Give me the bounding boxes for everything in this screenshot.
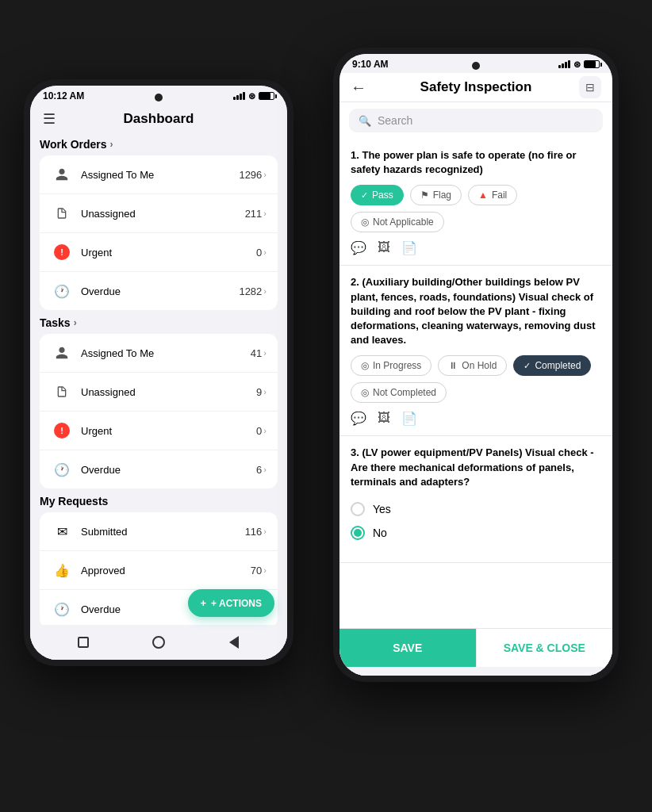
tasks-assigned-label: Assigned To Me bbox=[81, 347, 243, 359]
tasks-unassigned-count: 9 › bbox=[256, 386, 267, 398]
tasks-assigned-item[interactable]: Assigned To Me 41 › bbox=[40, 334, 278, 373]
left-status-icons: ⊛ bbox=[233, 91, 274, 102]
image-icon[interactable]: 🖼 bbox=[378, 240, 390, 255]
tasks-unassigned-label: Unassigned bbox=[81, 386, 248, 398]
tasks-label: Tasks bbox=[40, 316, 71, 329]
tasks-overdue-item[interactable]: 🕐 Overdue 6 › bbox=[40, 450, 278, 488]
flag-button[interactable]: ⚑ Flag bbox=[410, 185, 462, 205]
not-completed-button[interactable]: ◎ Not Completed bbox=[351, 382, 447, 403]
actions-fab[interactable]: + + ACTIONS bbox=[188, 589, 275, 617]
battery-icon bbox=[259, 92, 274, 100]
requests-approved-item[interactable]: 👍 Approved 70 › bbox=[40, 551, 278, 590]
question-3-text: 3. (LV power equipment/PV Panels) Visual… bbox=[351, 446, 601, 489]
na-icon: ◎ bbox=[361, 216, 369, 228]
question-1-options: ✓ Pass ⚑ Flag ▲ Fail ◎ Not Applicable bbox=[351, 185, 601, 232]
back-icon bbox=[229, 636, 239, 649]
question-2-text: 2. (Auxiliary building/Other buildings b… bbox=[351, 275, 601, 347]
work-orders-unassigned-label: Unassigned bbox=[81, 208, 237, 220]
tasks-unassigned-item[interactable]: Unassigned 9 › bbox=[40, 373, 278, 412]
work-orders-assigned-count: 1296 › bbox=[239, 169, 267, 181]
actions-plus: + bbox=[201, 597, 207, 609]
thumb-icon: 👍 bbox=[51, 559, 73, 581]
question-3-radio: Yes No bbox=[351, 497, 601, 545]
question-2-actions: 💬 🖼 📄 bbox=[351, 411, 601, 426]
work-orders-header[interactable]: Work Orders › bbox=[40, 138, 278, 151]
work-orders-urgent-count: 0 › bbox=[256, 247, 267, 259]
fail-icon: ▲ bbox=[478, 190, 488, 201]
hamburger-icon[interactable]: ☰ bbox=[43, 110, 56, 128]
tasks-assigned-count: 41 › bbox=[251, 347, 267, 359]
question-3-block: 3. (LV power equipment/PV Panels) Visual… bbox=[339, 436, 612, 563]
work-orders-assigned-label: Assigned To Me bbox=[81, 169, 231, 181]
save-close-button[interactable]: SAVE & CLOSE bbox=[476, 629, 613, 667]
pass-label: Pass bbox=[372, 190, 393, 201]
flag-icon: ⚑ bbox=[420, 190, 429, 201]
attachment-2-icon[interactable]: 📄 bbox=[401, 411, 417, 426]
right-phone: 9:10 AM ⊛ ← Safety Inspection ⊟ bbox=[333, 48, 619, 682]
fail-button[interactable]: ▲ Fail bbox=[468, 185, 517, 205]
save-button[interactable]: SAVE bbox=[339, 629, 476, 667]
in-progress-button[interactable]: ◎ In Progress bbox=[351, 355, 431, 376]
tasks-urgent-count: 0 › bbox=[256, 425, 267, 437]
pass-check-icon: ✓ bbox=[361, 190, 368, 201]
radio-yes-outer bbox=[351, 502, 365, 516]
inspection-header: ← Safety Inspection ⊟ bbox=[339, 73, 612, 102]
tasks-urgent-icon: ! bbox=[51, 419, 73, 442]
nav-circle-btn[interactable] bbox=[148, 634, 170, 650]
radio-no-item[interactable]: No bbox=[351, 521, 601, 545]
my-requests-header: My Requests bbox=[40, 495, 278, 508]
radio-yes-item[interactable]: Yes bbox=[351, 497, 601, 521]
person-icon bbox=[51, 163, 73, 186]
square-icon bbox=[78, 637, 89, 648]
doc-icon bbox=[51, 202, 73, 224]
filter-button[interactable]: ⊟ bbox=[579, 76, 601, 98]
mail-icon: ✉ bbox=[51, 520, 73, 542]
requests-submitted-item[interactable]: ✉ Submitted 116 › bbox=[40, 512, 278, 551]
right-bottom-nav bbox=[339, 667, 612, 676]
right-status-icons: ⊛ bbox=[558, 59, 600, 70]
right-time: 9:10 AM bbox=[352, 59, 389, 70]
dashboard-title: Dashboard bbox=[124, 111, 194, 127]
work-orders-overdue-item[interactable]: 🕐 Overdue 1282 › bbox=[40, 272, 278, 310]
left-bottom-nav bbox=[30, 625, 287, 660]
nav-square-btn[interactable] bbox=[72, 634, 94, 650]
tasks-doc-icon bbox=[51, 381, 73, 403]
search-bar[interactable]: 🔍 Search bbox=[349, 109, 603, 132]
work-orders-unassigned-item[interactable]: Unassigned 211 › bbox=[40, 194, 278, 233]
comment-2-icon[interactable]: 💬 bbox=[351, 411, 366, 426]
image-2-icon[interactable]: 🖼 bbox=[378, 411, 390, 426]
attachment-icon[interactable]: 📄 bbox=[401, 240, 417, 255]
completed-check-icon: ✓ bbox=[524, 361, 531, 371]
completed-button[interactable]: ✓ Completed bbox=[513, 355, 591, 376]
on-hold-icon: ⏸ bbox=[448, 360, 458, 371]
tasks-overdue-count: 6 › bbox=[256, 464, 267, 476]
work-orders-chevron: › bbox=[110, 139, 113, 150]
tasks-person-icon bbox=[51, 342, 73, 364]
in-progress-label: In Progress bbox=[373, 360, 421, 371]
work-orders-assigned-item[interactable]: Assigned To Me 1296 › bbox=[40, 155, 278, 194]
tasks-section: Tasks › Assigned To Me 41 › bbox=[40, 316, 278, 488]
work-orders-unassigned-count: 211 › bbox=[245, 208, 267, 220]
tasks-overdue-label: Overdue bbox=[81, 464, 248, 476]
tasks-urgent-item[interactable]: ! Urgent 0 › bbox=[40, 412, 278, 450]
left-time: 10:12 AM bbox=[43, 90, 84, 102]
right-battery-icon bbox=[584, 60, 600, 68]
urgent-icon: ! bbox=[51, 241, 73, 263]
not-completed-label: Not Completed bbox=[373, 387, 436, 398]
tasks-clock-icon: 🕐 bbox=[51, 458, 73, 481]
na-button[interactable]: ◎ Not Applicable bbox=[351, 212, 444, 232]
question-2-block: 2. (Auxiliary building/Other buildings b… bbox=[339, 266, 612, 436]
nav-back-btn[interactable] bbox=[223, 634, 245, 650]
question-2-options: ◎ In Progress ⏸ On Hold ✓ Completed ◎ No… bbox=[351, 355, 601, 403]
not-completed-icon: ◎ bbox=[361, 387, 369, 398]
back-button[interactable]: ← bbox=[351, 79, 366, 97]
pass-button[interactable]: ✓ Pass bbox=[351, 185, 404, 205]
comment-icon[interactable]: 💬 bbox=[351, 240, 366, 255]
wifi-icon: ⊛ bbox=[248, 91, 255, 102]
on-hold-button[interactable]: ⏸ On Hold bbox=[438, 355, 507, 376]
circle-icon bbox=[152, 636, 165, 649]
tasks-header[interactable]: Tasks › bbox=[40, 316, 278, 329]
requests-clock-icon: 🕐 bbox=[51, 598, 73, 620]
work-orders-urgent-item[interactable]: ! Urgent 0 › bbox=[40, 233, 278, 272]
question-1-actions: 💬 🖼 📄 bbox=[351, 240, 601, 255]
